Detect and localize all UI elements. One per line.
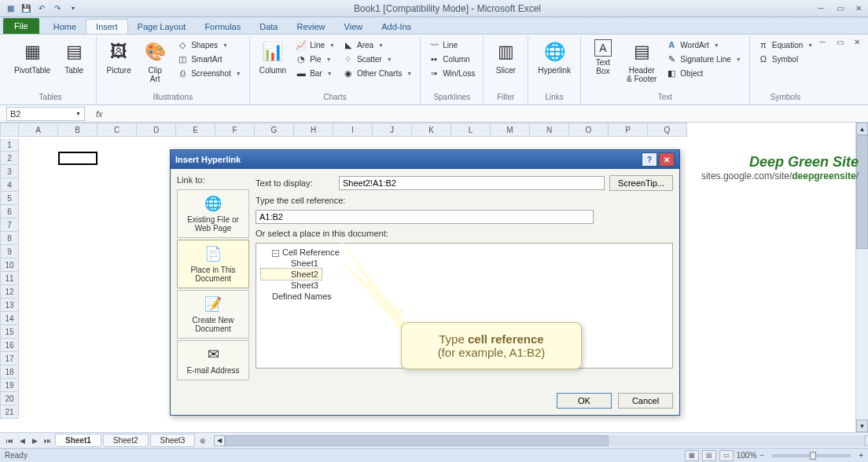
bar-chart-button[interactable]: ▬Bar▼ bbox=[294, 66, 337, 80]
column-header[interactable]: A bbox=[19, 123, 58, 137]
save-icon[interactable]: 💾 bbox=[19, 2, 33, 16]
shapes-button[interactable]: ◇Shapes▼ bbox=[175, 38, 243, 52]
picture-button[interactable]: 🖼Picture bbox=[103, 38, 134, 76]
redo-icon[interactable]: ↷ bbox=[50, 2, 64, 16]
dialog-titlebar[interactable]: Insert Hyperlink ? ✕ bbox=[171, 150, 679, 169]
column-header[interactable]: P bbox=[609, 123, 648, 137]
hscroll-right-icon[interactable]: ▶ bbox=[865, 435, 868, 446]
collapse-icon[interactable]: − bbox=[272, 250, 279, 257]
undo-icon[interactable]: ↶ bbox=[35, 2, 49, 16]
dialog-help-icon[interactable]: ? bbox=[642, 152, 657, 167]
sheet-nav-last-icon[interactable]: ⏭ bbox=[41, 434, 53, 447]
workbook-restore-icon[interactable]: ▭ bbox=[833, 36, 846, 47]
sparkline-column-button[interactable]: ▪▪Column bbox=[427, 52, 476, 66]
ok-button[interactable]: OK bbox=[557, 393, 612, 409]
column-header[interactable]: J bbox=[373, 123, 412, 137]
other-charts-button[interactable]: ◉Other Charts▼ bbox=[341, 66, 414, 80]
horizontal-scrollbar[interactable]: ◀ ▶ bbox=[225, 435, 865, 446]
zoom-level[interactable]: 100% bbox=[737, 451, 757, 460]
existing-file-button[interactable]: 🌐Existing File or Web Page bbox=[177, 189, 249, 238]
sheet-nav-first-icon[interactable]: ⏮ bbox=[3, 434, 16, 447]
formula-input[interactable] bbox=[108, 109, 868, 119]
tab-addins[interactable]: Add-Ins bbox=[372, 20, 421, 34]
sparkline-line-button[interactable]: 〰Line bbox=[427, 38, 476, 52]
row-header[interactable]: 18 bbox=[0, 365, 19, 379]
object-button[interactable]: ◧Object bbox=[664, 66, 742, 80]
excel-icon[interactable]: ▦ bbox=[3, 2, 17, 16]
normal-view-icon[interactable]: ▦ bbox=[685, 450, 699, 461]
column-header[interactable]: I bbox=[333, 123, 373, 137]
row-header[interactable]: 14 bbox=[0, 312, 19, 325]
tab-formulas[interactable]: Formulas bbox=[195, 20, 250, 34]
row-header[interactable]: 2 bbox=[0, 152, 19, 165]
line-chart-button[interactable]: 📈Line▼ bbox=[294, 38, 337, 52]
sheet-tab-3[interactable]: Sheet3 bbox=[150, 434, 196, 447]
email-address-button[interactable]: ✉E-mail Address bbox=[177, 340, 249, 380]
row-header[interactable]: 8 bbox=[0, 232, 19, 245]
column-header[interactable]: B bbox=[58, 123, 97, 137]
workbook-minimize-icon[interactable]: ─ bbox=[816, 36, 829, 47]
create-new-button[interactable]: 📝Create New Document bbox=[177, 290, 249, 339]
row-header[interactable]: 17 bbox=[0, 352, 19, 365]
tree-defined-names[interactable]: Defined Names bbox=[261, 291, 668, 302]
screentip-button[interactable]: ScreenTip... bbox=[609, 175, 673, 191]
column-header[interactable]: Q bbox=[648, 123, 687, 137]
row-header[interactable]: 10 bbox=[0, 258, 19, 272]
sheet-nav-next-icon[interactable]: ▶ bbox=[28, 434, 41, 447]
equation-button[interactable]: πEquation▼ bbox=[756, 38, 815, 52]
sheet-nav-prev-icon[interactable]: ◀ bbox=[16, 434, 28, 447]
close-icon[interactable]: ✕ bbox=[852, 3, 865, 14]
row-header[interactable]: 15 bbox=[0, 325, 19, 339]
symbol-button[interactable]: ΩSymbol bbox=[756, 52, 815, 66]
column-header[interactable]: O bbox=[569, 123, 609, 137]
sheet-tab-1[interactable]: Sheet1 bbox=[55, 434, 101, 447]
scatter-chart-button[interactable]: ⁘Scatter▼ bbox=[341, 52, 414, 66]
tab-data[interactable]: Data bbox=[250, 20, 287, 34]
signature-line-button[interactable]: ✎Signature Line▼ bbox=[664, 52, 742, 66]
restore-icon[interactable]: ▭ bbox=[833, 3, 846, 14]
pivottable-button[interactable]: ▦PivotTable bbox=[11, 38, 53, 76]
text-to-display-input[interactable] bbox=[339, 176, 605, 190]
row-header[interactable]: 3 bbox=[0, 165, 19, 178]
column-header[interactable]: D bbox=[137, 123, 176, 137]
hyperlink-button[interactable]: 🌐Hyperlink bbox=[535, 38, 574, 76]
row-header[interactable]: 16 bbox=[0, 339, 19, 352]
page-break-view-icon[interactable]: ▭ bbox=[719, 450, 734, 461]
dialog-close-icon[interactable]: ✕ bbox=[659, 152, 675, 167]
column-header[interactable]: N bbox=[530, 123, 569, 137]
tab-review[interactable]: Review bbox=[287, 20, 334, 34]
column-chart-button[interactable]: 📊Column bbox=[256, 38, 289, 76]
name-box[interactable]: B2▼ bbox=[6, 107, 85, 121]
screenshot-button[interactable]: ⎙Screenshot▼ bbox=[175, 66, 243, 80]
column-header[interactable]: C bbox=[97, 123, 137, 137]
minimize-icon[interactable]: ─ bbox=[815, 3, 827, 14]
column-header[interactable]: F bbox=[215, 123, 255, 137]
scroll-down-icon[interactable]: ▼ bbox=[856, 420, 868, 432]
page-layout-view-icon[interactable]: ▤ bbox=[702, 450, 716, 461]
scroll-up-icon[interactable]: ▲ bbox=[856, 123, 868, 135]
selected-cell[interactable] bbox=[58, 152, 97, 165]
pie-chart-button[interactable]: ◔Pie▼ bbox=[294, 52, 337, 66]
column-header[interactable]: L bbox=[451, 123, 491, 137]
scroll-thumb[interactable] bbox=[856, 135, 868, 249]
area-chart-button[interactable]: ◣Area▼ bbox=[341, 38, 414, 52]
fx-icon[interactable]: fx bbox=[91, 109, 108, 119]
row-header[interactable]: 9 bbox=[0, 245, 19, 258]
slicer-button[interactable]: ▥Slicer bbox=[490, 38, 521, 76]
hscroll-thumb[interactable] bbox=[225, 435, 609, 446]
tree-sheet1[interactable]: Sheet1 bbox=[261, 258, 668, 269]
tab-view[interactable]: View bbox=[335, 20, 373, 34]
zoom-in-icon[interactable]: + bbox=[859, 451, 863, 460]
tree-cell-reference[interactable]: −Cell Reference bbox=[261, 247, 668, 258]
sparkline-winloss-button[interactable]: ▫▪Win/Loss bbox=[427, 66, 476, 80]
column-header[interactable]: M bbox=[491, 123, 530, 137]
select-all-corner[interactable] bbox=[0, 123, 19, 137]
cell-reference-input[interactable] bbox=[256, 210, 594, 224]
column-header[interactable]: E bbox=[176, 123, 215, 137]
table-button[interactable]: ▤Table bbox=[58, 38, 90, 76]
tree-sheet3[interactable]: Sheet3 bbox=[261, 280, 668, 291]
row-header[interactable]: 1 bbox=[0, 138, 19, 152]
tab-home[interactable]: Home bbox=[44, 20, 86, 34]
row-header[interactable]: 11 bbox=[0, 272, 19, 285]
sheet-tab-2[interactable]: Sheet2 bbox=[103, 434, 149, 447]
